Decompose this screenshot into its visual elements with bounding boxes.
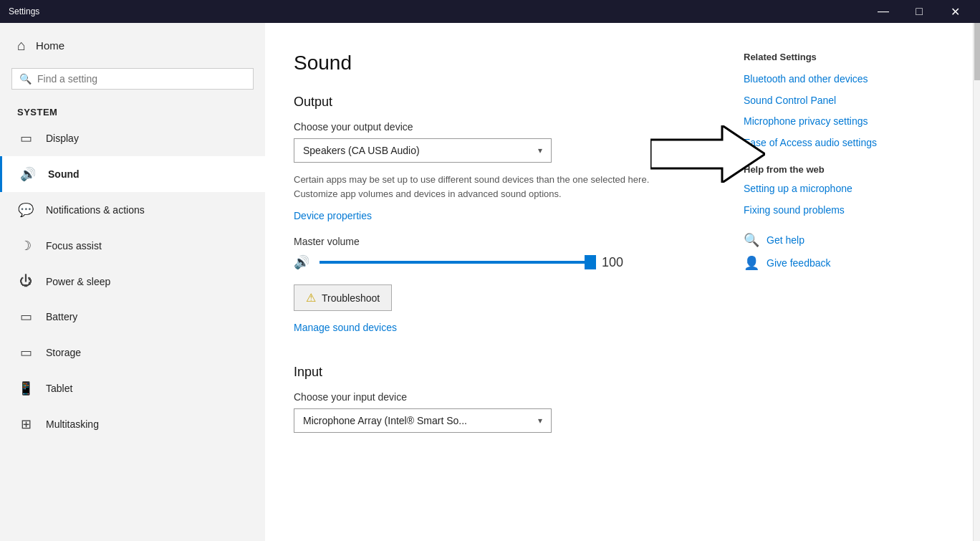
home-nav-item[interactable]: ⌂ Home xyxy=(0,23,265,68)
minimize-button[interactable]: — xyxy=(867,0,900,23)
notifications-icon: 💬 xyxy=(17,202,34,218)
scrollbar-track[interactable] xyxy=(973,23,980,541)
device-properties-link[interactable]: Device properties xyxy=(294,210,372,221)
manage-sound-devices-link[interactable]: Manage sound devices xyxy=(294,322,397,333)
output-device-select[interactable]: Speakers (CA USB Audio) ▾ xyxy=(294,138,552,163)
give-feedback-link[interactable]: Give feedback xyxy=(767,257,831,269)
feedback-icon: 👤 xyxy=(744,255,759,271)
app-body: ⌂ Home 🔍 System ▭ Display 🔊 Sound 💬 Noti… xyxy=(0,23,980,541)
volume-slider[interactable] xyxy=(320,261,592,264)
input-section-title: Input xyxy=(294,365,715,380)
power-icon: ⏻ xyxy=(17,274,34,289)
window-controls: — □ ✕ xyxy=(867,0,971,23)
storage-icon: ▭ xyxy=(17,345,34,360)
home-icon: ⌂ xyxy=(17,37,26,54)
scrollbar-thumb[interactable] xyxy=(974,23,980,80)
input-device-select[interactable]: Microphone Array (Intel® Smart So... ▾ xyxy=(294,408,552,433)
battery-icon: ▭ xyxy=(17,309,34,325)
output-device-value: Speakers (CA USB Audio) xyxy=(303,145,420,156)
focus-icon: ☽ xyxy=(17,238,34,254)
sidebar-item-tablet[interactable]: 📱 Tablet xyxy=(0,370,265,406)
close-button[interactable]: ✕ xyxy=(938,0,971,23)
related-settings-title: Related Settings xyxy=(744,52,956,62)
sidebar-item-label: Notifications & actions xyxy=(46,204,145,216)
volume-value: 100 xyxy=(602,255,630,270)
input-device-value: Microphone Array (Intel® Smart So... xyxy=(303,415,467,426)
display-icon: ▭ xyxy=(17,130,34,146)
bluetooth-link[interactable]: Bluetooth and other devices xyxy=(744,72,956,87)
app-title: Settings xyxy=(9,6,39,16)
sidebar-item-sound[interactable]: 🔊 Sound xyxy=(0,156,265,192)
troubleshoot-label: Troubleshoot xyxy=(322,292,380,304)
home-label: Home xyxy=(36,39,64,52)
sidebar-section-label: System xyxy=(0,101,265,120)
search-icon: 🔍 xyxy=(19,73,32,85)
sidebar-item-storage[interactable]: ▭ Storage xyxy=(0,335,265,370)
tablet-icon: 📱 xyxy=(17,380,34,396)
troubleshoot-button[interactable]: ⚠ Troubleshoot xyxy=(294,284,392,311)
give-feedback-item[interactable]: 👤 Give feedback xyxy=(744,255,956,271)
chevron-down-icon: ▾ xyxy=(538,145,542,155)
fixing-sound-link[interactable]: Fixing sound problems xyxy=(744,204,956,218)
sidebar-item-focus[interactable]: ☽ Focus assist xyxy=(0,228,265,264)
sidebar-item-label: Battery xyxy=(46,311,77,322)
title-bar: Settings — □ ✕ xyxy=(0,0,980,23)
sidebar-item-label: Power & sleep xyxy=(46,276,110,287)
warning-icon: ⚠ xyxy=(306,291,316,305)
get-help-link[interactable]: Get help xyxy=(767,234,804,246)
sidebar: ⌂ Home 🔍 System ▭ Display 🔊 Sound 💬 Noti… xyxy=(0,23,265,541)
slider-thumb[interactable] xyxy=(585,255,596,269)
sidebar-item-display[interactable]: ▭ Display xyxy=(0,120,265,156)
output-hint-text: Certain apps may be set up to use differ… xyxy=(294,173,666,201)
sidebar-item-label: Focus assist xyxy=(46,240,102,252)
input-section: Input Choose your input device Microphon… xyxy=(294,365,715,433)
maximize-button[interactable]: □ xyxy=(903,0,936,23)
get-help-icon: 🔍 xyxy=(744,232,759,248)
ease-of-access-link[interactable]: Ease of Access audio settings xyxy=(744,136,956,150)
related-settings-panel: Related Settings Bluetooth and other dev… xyxy=(744,23,973,541)
page-title: Sound xyxy=(294,52,715,75)
volume-section: Master volume 🔊 100 xyxy=(294,236,715,270)
sidebar-item-power[interactable]: ⏻ Power & sleep xyxy=(0,264,265,299)
chevron-down-icon: ▾ xyxy=(538,416,542,426)
volume-row: 🔊 100 xyxy=(294,254,715,270)
sidebar-item-label: Display xyxy=(46,133,79,144)
sidebar-item-label: Multitasking xyxy=(46,418,99,430)
sidebar-item-label: Tablet xyxy=(46,383,72,394)
setup-microphone-link[interactable]: Setting up a microphone xyxy=(744,182,956,196)
main-content: Sound Output Choose your output device S… xyxy=(265,23,744,541)
volume-icon: 🔊 xyxy=(294,254,309,270)
search-input[interactable] xyxy=(37,73,246,85)
get-help-item[interactable]: 🔍 Get help xyxy=(744,232,956,248)
sidebar-item-label: Storage xyxy=(46,347,81,358)
input-device-label: Choose your input device xyxy=(294,391,715,403)
volume-label: Master volume xyxy=(294,236,715,247)
sidebar-item-multitasking[interactable]: ⊞ Multitasking xyxy=(0,406,265,442)
output-section-title: Output xyxy=(294,95,715,110)
multitasking-icon: ⊞ xyxy=(17,416,34,432)
sidebar-item-notifications[interactable]: 💬 Notifications & actions xyxy=(0,192,265,228)
help-from-web-title: Help from the web xyxy=(744,164,956,175)
search-box[interactable]: 🔍 xyxy=(11,68,254,90)
sidebar-item-battery[interactable]: ▭ Battery xyxy=(0,299,265,335)
microphone-privacy-link[interactable]: Microphone privacy settings xyxy=(744,115,956,129)
slider-fill xyxy=(320,261,592,264)
sound-icon: 🔊 xyxy=(19,166,37,182)
output-device-label: Choose your output device xyxy=(294,121,715,133)
sidebar-item-label: Sound xyxy=(48,168,80,180)
sound-control-panel-link[interactable]: Sound Control Panel xyxy=(744,94,956,108)
